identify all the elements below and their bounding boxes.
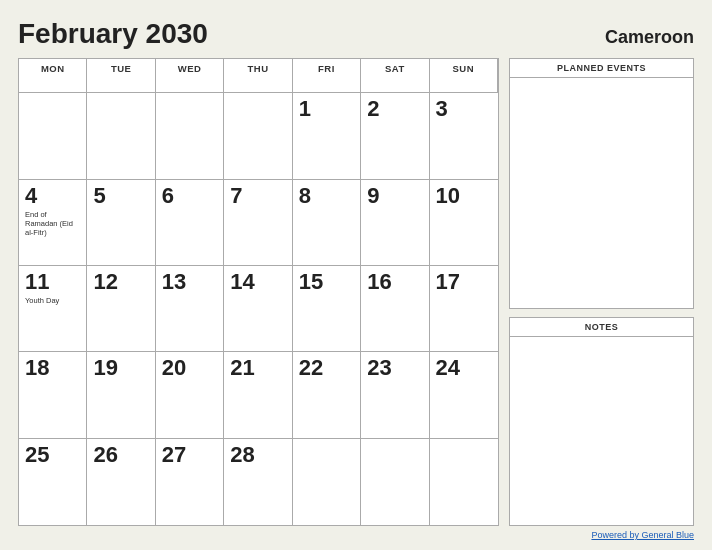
cal-day-1: 1 [293,93,361,179]
cal-day-19: 19 [87,352,155,438]
weekday-fri: FRI [293,59,361,93]
footer: Powered by General Blue [18,530,694,540]
cal-day-8: 8 [293,180,361,266]
main-content: MON TUE WED THU FRI SAT SUN 1 2 [18,58,694,526]
calendar: MON TUE WED THU FRI SAT SUN 1 2 [18,58,499,526]
powered-by-link[interactable]: Powered by General Blue [591,530,694,540]
cal-day-empty-4 [224,93,292,179]
cal-day-20: 20 [156,352,224,438]
cal-day-15: 15 [293,266,361,352]
weekday-tue: TUE [87,59,155,93]
event-eid: End of Ramadan (Eid al-Fitr) [25,210,80,237]
cal-day-13: 13 [156,266,224,352]
country-title: Cameroon [605,27,694,48]
cal-day-14: 14 [224,266,292,352]
calendar-page: February 2030 Cameroon MON TUE WED THU F… [0,0,712,550]
cal-day-2: 2 [361,93,429,179]
weekday-mon: MON [19,59,87,93]
weekday-sun: SUN [430,59,498,93]
cal-day-empty-1 [19,93,87,179]
cal-day-24: 24 [430,352,498,438]
weekday-thu: THU [224,59,292,93]
cal-day-10: 10 [430,180,498,266]
cal-day-empty-3 [156,93,224,179]
cal-day-5: 5 [87,180,155,266]
cal-day-empty-6 [361,439,429,525]
planned-events-header: PLANNED EVENTS [510,59,693,78]
cal-day-17: 17 [430,266,498,352]
cal-day-26: 26 [87,439,155,525]
cal-day-27: 27 [156,439,224,525]
cal-day-9: 9 [361,180,429,266]
cal-day-28: 28 [224,439,292,525]
cal-day-16: 16 [361,266,429,352]
cal-day-6: 6 [156,180,224,266]
cal-day-empty-2 [87,93,155,179]
weekday-sat: SAT [361,59,429,93]
cal-day-18: 18 [19,352,87,438]
planned-events-box: PLANNED EVENTS [509,58,694,309]
cal-day-empty-7 [430,439,498,525]
cal-day-11: 11 Youth Day [19,266,87,352]
cal-day-3: 3 [430,93,498,179]
notes-content [510,337,693,525]
month-title: February 2030 [18,18,208,50]
cal-day-12: 12 [87,266,155,352]
notes-header: NOTES [510,318,693,337]
cal-day-21: 21 [224,352,292,438]
calendar-grid: MON TUE WED THU FRI SAT SUN 1 2 [19,59,498,525]
right-panel: PLANNED EVENTS NOTES [509,58,694,526]
header: February 2030 Cameroon [18,18,694,50]
notes-box: NOTES [509,317,694,526]
cal-day-22: 22 [293,352,361,438]
cal-day-empty-5 [293,439,361,525]
weekday-wed: WED [156,59,224,93]
cal-day-7: 7 [224,180,292,266]
planned-events-content [510,78,693,308]
event-youth-day: Youth Day [25,296,80,305]
cal-day-4: 4 End of Ramadan (Eid al-Fitr) [19,180,87,266]
cal-day-25: 25 [19,439,87,525]
cal-day-23: 23 [361,352,429,438]
